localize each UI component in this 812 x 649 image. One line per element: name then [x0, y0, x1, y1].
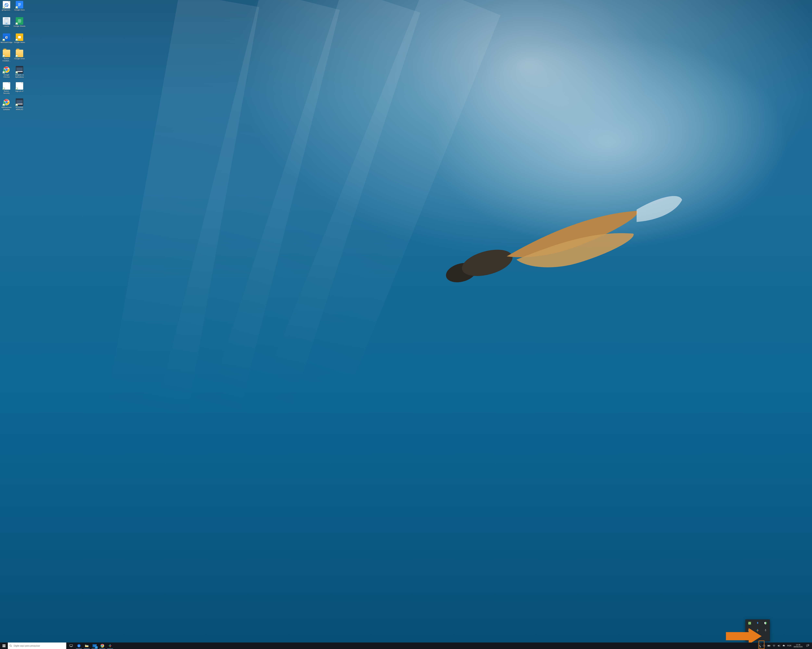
system-tray: POR 13:36 08/06/2020 19	[758, 643, 812, 649]
svg-text:e: e	[78, 644, 79, 647]
desktop-icon-label: logo-pt-v2	[15, 90, 24, 92]
desktop-icon-google-docs[interactable]: Google Docs	[13, 1, 26, 16]
taskbar-clock[interactable]: 13:36 08/06/2020	[792, 644, 804, 648]
desktop-icon-google-sheets[interactable]: Google Sheets	[13, 17, 26, 32]
start-button[interactable]	[0, 643, 8, 649]
tray-microphone-icon[interactable]	[762, 627, 769, 634]
desktop-icon-label: Google Chrome	[0, 74, 12, 78]
svg-rect-60	[770, 646, 771, 646]
notification-count: 19	[807, 644, 809, 646]
tray-overflow-popup	[745, 620, 770, 641]
svg-point-1	[459, 245, 515, 281]
tray-bluetooth-icon[interactable]	[754, 620, 762, 627]
svg-line-43	[11, 646, 12, 647]
desktop-icon-logo-pt-v2[interactable]: logo-pt-v2	[13, 82, 26, 97]
svg-rect-33	[757, 631, 758, 632]
svg-point-8	[6, 23, 8, 24]
svg-point-0	[444, 260, 479, 286]
svg-rect-34	[758, 630, 759, 631]
battery-icon[interactable]	[766, 643, 772, 649]
desktop-icon-label: Widgets vs Aplicativos	[14, 74, 26, 78]
svg-rect-30	[749, 630, 751, 631]
taskbar-chrome-button[interactable]	[98, 643, 106, 649]
desktop-icon-google-slides[interactable]: Google Slides	[13, 34, 26, 48]
wallpaper-ray	[182, 0, 501, 617]
svg-rect-35	[765, 629, 766, 631]
volume-icon[interactable]	[777, 643, 781, 649]
taskbar-mail-button[interactable]: 89	[91, 643, 98, 649]
desktop-icon-label: Google Docs	[14, 9, 25, 11]
desktop-icon-norton-installati[interactable]: Norton Installati...	[0, 50, 13, 65]
search-input[interactable]	[14, 644, 66, 647]
desktop-icon-label: Google Drive	[14, 58, 25, 60]
desktop-icon-microsoft-edge[interactable]: eMicrosoft Edge	[0, 34, 13, 48]
taskbar-apps: e89	[67, 643, 114, 649]
desktop-icon-label: gcfaprend...	[2, 9, 11, 11]
svg-rect-58	[110, 646, 111, 646]
svg-rect-40	[3, 646, 4, 647]
taskbar-edge-button[interactable]: e	[75, 643, 83, 649]
svg-rect-49	[85, 645, 89, 646]
svg-rect-55	[110, 644, 110, 646]
desktop-icon-widgets-vs-aplicativos[interactable]: Widgets vs Aplicativos	[13, 66, 26, 81]
desktop[interactable]: gcfaprend...Google DocsLixeiraGoogle She…	[0, 0, 812, 649]
tray-security-icon[interactable]	[762, 620, 769, 627]
desktop-icon-rosane-araujo[interactable]: ROSANE ARAUJO	[13, 98, 26, 113]
svg-rect-14	[18, 36, 21, 38]
cloud-sync-icon[interactable]	[781, 643, 786, 649]
svg-rect-39	[4, 644, 5, 646]
svg-point-7	[5, 18, 8, 19]
desktop-icon-label: Lixeira	[4, 25, 9, 27]
svg-rect-41	[4, 646, 5, 647]
desktop-icon-google-drive[interactable]: Google Drive	[13, 50, 26, 65]
desktop-icon-label: Norton Installati...	[0, 58, 12, 62]
language-indicator[interactable]: POR	[786, 643, 792, 649]
svg-rect-31	[757, 629, 758, 630]
taskbar-badge: 89	[95, 646, 98, 649]
search-icon	[9, 644, 12, 647]
svg-rect-6	[18, 6, 20, 6]
desktop-icon-google-chrome[interactable]: Google Chrome	[0, 66, 13, 81]
desktop-icon-label: ROSANE ARAUJO	[14, 106, 26, 111]
desktop-icon-aplicaciones-quitadas[interactable]: Aplicaciones quitadas	[0, 98, 13, 113]
desktop-icon-norton-security[interactable]: Norton Security	[0, 82, 13, 97]
cursor-icon	[760, 646, 762, 648]
taskbar-slack-button[interactable]	[106, 643, 114, 649]
wallpaper-swimmer	[422, 175, 682, 331]
svg-rect-19	[17, 67, 23, 71]
onedrive-icon[interactable]	[762, 643, 766, 649]
desktop-icon-grid: gcfaprend...Google DocsLixeiraGoogle She…	[0, 0, 26, 115]
wallpaper-ray	[67, 0, 259, 646]
desktop-icon-gcfaprend[interactable]: gcfaprend...	[0, 1, 13, 16]
show-desktop-button[interactable]	[811, 643, 812, 649]
taskbar-task-view-button[interactable]	[67, 643, 75, 649]
desktop-icon-label: Google Sheets	[14, 25, 26, 27]
clock-date: 08/06/2020	[794, 646, 803, 648]
svg-rect-25	[17, 100, 23, 103]
taskbar: e89 POR	[0, 643, 812, 649]
tray-zoom-icon[interactable]	[746, 634, 754, 641]
svg-rect-57	[110, 646, 110, 647]
taskbar-file-explorer-button[interactable]	[83, 643, 91, 649]
svg-rect-51	[92, 644, 93, 647]
svg-rect-32	[756, 630, 757, 631]
action-center-button[interactable]: 19	[804, 644, 811, 647]
desktop-icon-lixeira[interactable]: Lixeira	[0, 17, 13, 32]
svg-rect-27	[748, 622, 751, 625]
svg-rect-38	[3, 644, 4, 646]
tray-overflow-button[interactable]	[758, 643, 762, 649]
wifi-icon[interactable]	[772, 643, 777, 649]
tray-slack-tray-icon[interactable]	[754, 627, 762, 634]
wallpaper-ray	[142, 0, 420, 630]
svg-point-42	[10, 645, 11, 646]
desktop-icon-label: Norton Security	[0, 90, 12, 95]
svg-rect-4	[18, 4, 21, 5]
desktop-icon-label: Microsoft Edge	[0, 41, 12, 44]
svg-rect-44	[70, 644, 73, 646]
svg-rect-61	[768, 646, 769, 646]
taskbar-search[interactable]	[8, 643, 66, 649]
tray-nvidia-icon[interactable]	[746, 620, 754, 627]
svg-rect-2	[17, 2, 21, 7]
tray-gpu-icon[interactable]	[746, 627, 754, 634]
clock-time: 13:36	[796, 644, 800, 646]
